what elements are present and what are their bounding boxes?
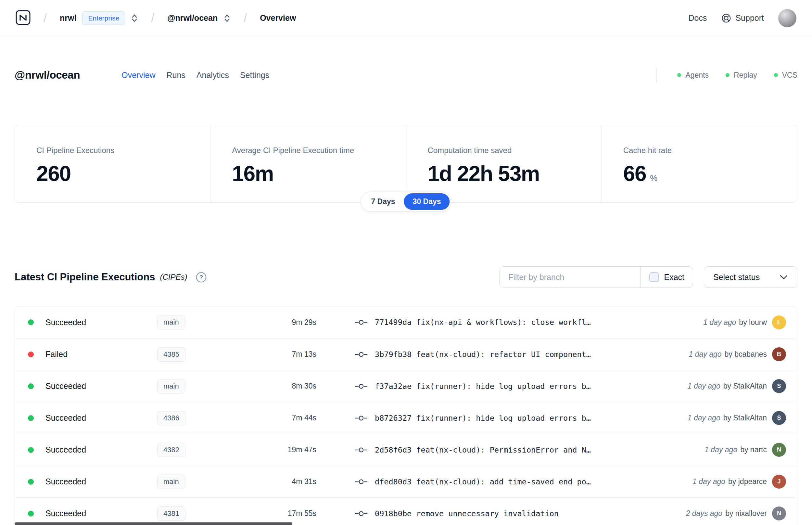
breadcrumb-org[interactable]: nrwl xyxy=(60,13,76,23)
commit-icon xyxy=(355,383,368,390)
green-dot-icon xyxy=(774,73,778,77)
status-dot-icon xyxy=(28,351,34,357)
commit-message: 771499da fix(nx-api & workflows): close … xyxy=(375,318,591,327)
status-label: Succeeded xyxy=(45,477,86,486)
branch-filter-group: Exact xyxy=(500,266,693,288)
workspace-tabs: OverviewRunsAnalyticsSettings xyxy=(121,71,269,80)
author-label: by nartc xyxy=(740,446,767,454)
stat-label: Average CI Pipeline Execution time xyxy=(232,146,399,155)
author-avatar: J xyxy=(772,475,786,489)
docs-link[interactable]: Docs xyxy=(688,13,707,23)
branch-badge: 4381 xyxy=(157,507,185,521)
duration-label: 19m 47s xyxy=(277,446,316,454)
status-select-label: Select status xyxy=(713,273,760,282)
stat-label: Computation time saved xyxy=(428,146,595,155)
exact-label: Exact xyxy=(664,273,684,282)
commit-icon xyxy=(355,446,368,453)
stat-card: CI Pipeline Executions260 xyxy=(15,125,210,202)
author-label: by StalkAltan xyxy=(723,382,767,390)
horizontal-scrollbar-thumb[interactable] xyxy=(15,522,292,525)
breadcrumb-separator: / xyxy=(44,11,47,25)
stat-card: Computation time saved1d 22h 53m xyxy=(406,125,601,202)
branch-filter-input[interactable] xyxy=(500,267,641,287)
status-dot-icon xyxy=(28,415,34,421)
duration-label: 9m 29s xyxy=(277,318,316,327)
breadcrumb-separator: / xyxy=(244,11,247,25)
time-ago: 1 day ago xyxy=(703,318,736,327)
support-label: Support xyxy=(735,13,764,23)
range-7-days[interactable]: 7 Days xyxy=(362,193,404,210)
commit-icon xyxy=(355,351,368,358)
status-label: Succeeded xyxy=(45,509,86,518)
duration-label: 7m 44s xyxy=(277,414,316,422)
time-ago: 1 day ago xyxy=(704,446,737,454)
status-label: Succeeded xyxy=(45,318,86,327)
indicator-label: Agents xyxy=(685,71,709,79)
nx-logo-icon[interactable] xyxy=(16,10,31,26)
cipe-row[interactable]: Succeeded 4386 7m 44s b8726327 fix(runne… xyxy=(15,402,797,434)
branch-badge: 4386 xyxy=(157,411,185,425)
time-ago: 1 day ago xyxy=(688,382,720,390)
cipe-row[interactable]: Succeeded 4381 17m 55s 0918b0be remove u… xyxy=(15,497,797,525)
author-avatar: S xyxy=(772,379,786,393)
commit-message: 0918b0be remove unnecessary invalidation xyxy=(375,509,559,518)
commit-message: dfed80d3 feat(nx-cloud): add time-saved … xyxy=(375,477,591,486)
life-buoy-icon xyxy=(721,13,732,24)
indicator-replay[interactable]: Replay xyxy=(725,71,757,79)
user-avatar[interactable] xyxy=(778,9,796,27)
date-range-toggle: 7 Days30 Days xyxy=(361,192,451,211)
indicator-agents[interactable]: Agents xyxy=(677,71,709,79)
duration-label: 4m 31s xyxy=(277,477,316,486)
author-avatar: N xyxy=(772,443,786,457)
author-avatar: L xyxy=(772,315,786,329)
stat-value: 66% xyxy=(623,163,791,184)
stat-card: Average CI Pipeline Execution time16m xyxy=(210,125,406,202)
cipe-row[interactable]: Failed 4385 7m 13s 3b79fb38 feat(nx-clou… xyxy=(15,338,797,370)
range-30-days[interactable]: 30 Days xyxy=(404,193,450,210)
org-switcher-icon[interactable] xyxy=(131,13,138,23)
tab-overview[interactable]: Overview xyxy=(121,71,155,80)
author-avatar: B xyxy=(772,347,786,361)
status-label: Succeeded xyxy=(45,413,86,423)
enterprise-badge[interactable]: Enterprise xyxy=(82,11,125,25)
page-title: @nrwl/ocean xyxy=(15,69,80,81)
commit-icon xyxy=(355,478,368,485)
tab-analytics[interactable]: Analytics xyxy=(197,71,229,80)
status-label: Failed xyxy=(45,349,67,359)
cipe-row[interactable]: Succeeded main 4m 31s dfed80d3 feat(nx-c… xyxy=(15,466,797,497)
cipe-table: Succeeded main 9m 29s 771499da fix(nx-ap… xyxy=(15,306,797,525)
branch-badge: main xyxy=(157,475,185,489)
cipe-row[interactable]: Succeeded main 8m 30s f37a32ae fix(runne… xyxy=(15,370,797,402)
stat-value: 260 xyxy=(36,163,204,184)
commit-message: b8726327 fix(runner): hide log upload er… xyxy=(375,414,591,423)
indicator-vcs[interactable]: VCS xyxy=(774,71,797,79)
chevron-down-icon xyxy=(780,274,788,280)
indicator-label: Replay xyxy=(734,71,757,79)
cipe-row[interactable]: Succeeded main 9m 29s 771499da fix(nx-ap… xyxy=(15,306,797,338)
branch-badge: 4382 xyxy=(157,443,185,457)
tab-runs[interactable]: Runs xyxy=(166,71,185,80)
help-icon[interactable]: ? xyxy=(195,271,207,283)
breadcrumb: / nrwl Enterprise / @nrwl/ocean / Overvi… xyxy=(16,10,296,26)
breadcrumb-workspace[interactable]: @nrwl/ocean xyxy=(167,13,218,23)
green-dot-icon xyxy=(725,73,730,77)
commit-message: 2d58f6d3 feat(nx-cloud): PermissionError… xyxy=(375,446,591,454)
duration-label: 17m 55s xyxy=(277,509,316,518)
author-avatar: N xyxy=(772,507,786,521)
support-link[interactable]: Support xyxy=(721,13,764,24)
time-ago: 1 day ago xyxy=(692,477,725,486)
breadcrumb-separator: / xyxy=(151,11,154,25)
green-dot-icon xyxy=(677,73,681,77)
status-dot-icon xyxy=(28,447,34,453)
branch-badge: 4385 xyxy=(157,347,185,362)
tab-settings[interactable]: Settings xyxy=(240,71,269,80)
cipe-section-title: Latest CI Pipeline Executions xyxy=(15,271,155,283)
workspace-switcher-icon[interactable] xyxy=(224,13,231,23)
cipe-row[interactable]: Succeeded 4382 19m 47s 2d58f6d3 feat(nx-… xyxy=(15,434,797,466)
exact-checkbox[interactable] xyxy=(649,272,659,282)
status-dot-icon xyxy=(28,479,34,485)
cipe-section-note: (CIPEs) xyxy=(160,273,187,282)
commit-icon xyxy=(355,510,368,517)
stat-label: Cache hit rate xyxy=(623,146,791,155)
status-select-button[interactable]: Select status xyxy=(704,266,797,288)
